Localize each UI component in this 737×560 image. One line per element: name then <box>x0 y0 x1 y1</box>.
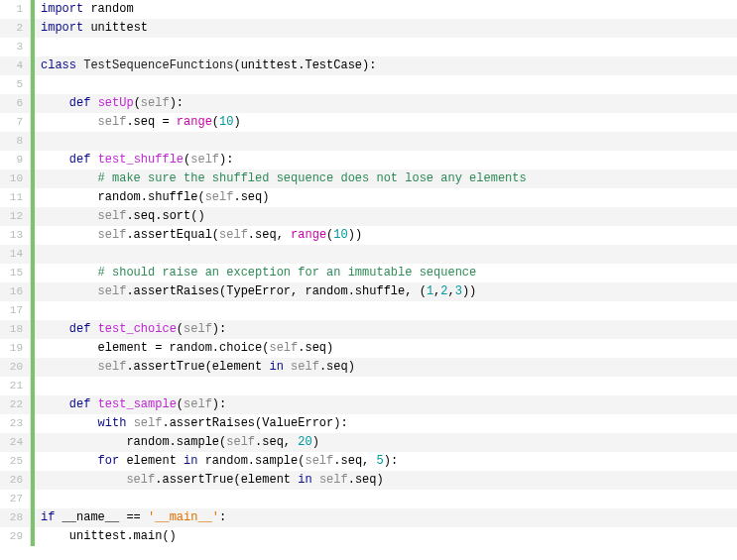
code-token: ( <box>212 115 219 129</box>
code-area[interactable]: import randomimport unittestclass TestSe… <box>35 0 737 546</box>
code-token <box>41 209 98 223</box>
code-token: .seq, <box>255 435 298 449</box>
code-token: 1 <box>427 284 433 298</box>
code-token: # should raise an exception for an immut… <box>98 266 477 280</box>
code-line[interactable]: self.seq.sort() <box>35 207 737 226</box>
code-line[interactable]: for element in random.sample(self.seq, 5… <box>35 452 737 471</box>
code-line[interactable]: import random <box>35 0 737 19</box>
code-token: range <box>177 115 212 129</box>
code-token: self <box>226 435 255 449</box>
line-number: 5 <box>0 75 30 94</box>
line-number: 9 <box>0 151 30 169</box>
code-line[interactable]: def setUp(self): <box>35 94 737 113</box>
line-number: 19 <box>0 339 30 358</box>
code-token: element = random.choice( <box>41 341 269 355</box>
code-token <box>41 266 98 280</box>
code-token: .seq.sort() <box>126 209 204 223</box>
code-token: , <box>447 284 454 298</box>
code-line[interactable]: class TestSequenceFunctions(unittest.Tes… <box>35 56 737 75</box>
code-line[interactable] <box>35 38 737 56</box>
code-line[interactable] <box>35 377 737 395</box>
code-line[interactable]: self.assertRaises(TypeError, random.shuf… <box>35 282 737 301</box>
line-number: 18 <box>0 320 30 339</box>
code-line[interactable]: import unittest <box>35 19 737 38</box>
code-token: self <box>126 473 155 487</box>
code-token: import <box>41 2 90 16</box>
line-number: 24 <box>0 433 30 452</box>
code-line[interactable]: def test_sample(self): <box>35 395 737 414</box>
code-token: 10 <box>219 115 233 129</box>
line-number: 8 <box>0 132 30 151</box>
code-token: ( <box>177 322 184 336</box>
code-line[interactable] <box>35 132 737 151</box>
code-line[interactable]: random.sample(self.seq, 20) <box>35 433 737 452</box>
line-number: 13 <box>0 226 30 245</box>
code-token: ( <box>177 397 184 411</box>
code-token <box>41 115 98 129</box>
code-line[interactable]: with self.assertRaises(ValueError): <box>35 414 737 433</box>
code-line[interactable]: random.shuffle(self.seq) <box>35 188 737 207</box>
code-line[interactable]: self.assertEqual(self.seq, range(10)) <box>35 226 737 245</box>
code-token: .seq, <box>248 228 291 242</box>
code-line[interactable]: self.assertTrue(element in self.seq) <box>35 358 737 377</box>
code-token: .assertRaises(TypeError, random.shuffle,… <box>126 284 426 298</box>
code-token: ) <box>233 115 240 129</box>
line-number: 7 <box>0 113 30 132</box>
code-token: def <box>69 153 98 167</box>
code-editor[interactable]: 1234567891011121314151617181920212223242… <box>0 0 737 546</box>
code-line[interactable]: def test_shuffle(self): <box>35 151 737 169</box>
code-line[interactable]: def test_choice(self): <box>35 320 737 339</box>
code-token: class <box>41 58 83 72</box>
code-token <box>41 397 69 411</box>
code-token: ( <box>134 96 141 110</box>
code-line[interactable] <box>35 490 737 508</box>
code-token: test_sample <box>98 397 177 411</box>
code-token: random.sample( <box>41 435 226 449</box>
code-line[interactable] <box>35 301 737 320</box>
line-number: 23 <box>0 414 30 433</box>
code-token: with <box>98 416 134 430</box>
code-line[interactable]: self.seq = range(10) <box>35 113 737 132</box>
code-line[interactable]: unittest.main() <box>35 527 737 546</box>
code-line[interactable]: if __name__ == '__main__': <box>35 508 737 527</box>
code-line[interactable] <box>35 245 737 264</box>
code-token: def <box>69 397 98 411</box>
line-number: 12 <box>0 207 30 226</box>
code-token: TestSequenceFunctions <box>83 58 233 72</box>
code-token <box>41 454 98 468</box>
line-number-gutter: 1234567891011121314151617181920212223242… <box>0 0 31 546</box>
line-number: 1 <box>0 0 30 19</box>
code-line[interactable]: # should raise an exception for an immut… <box>35 264 737 282</box>
code-token: self <box>305 454 333 468</box>
code-token: .seq, <box>333 454 376 468</box>
code-line[interactable]: element = random.choice(self.seq) <box>35 339 737 358</box>
code-token: ): <box>170 96 184 110</box>
code-token: : <box>219 510 226 524</box>
code-token: self <box>269 341 298 355</box>
code-token: (unittest.TestCase): <box>233 58 376 72</box>
code-token: __name__ == <box>62 510 148 524</box>
code-token <box>41 96 69 110</box>
code-line[interactable] <box>35 75 737 94</box>
code-token: for <box>98 454 127 468</box>
code-token: test_choice <box>98 322 177 336</box>
code-token: self <box>98 209 127 223</box>
code-token: 20 <box>298 435 311 449</box>
code-token: self <box>184 397 212 411</box>
code-token: in <box>184 454 205 468</box>
code-line[interactable]: # make sure the shuffled sequence does n… <box>35 169 737 188</box>
code-token: element <box>126 454 184 468</box>
line-number: 2 <box>0 19 30 38</box>
code-token: ): <box>212 322 226 336</box>
code-token: def <box>69 96 98 110</box>
line-number: 21 <box>0 377 30 395</box>
line-number: 29 <box>0 527 30 546</box>
code-token: self <box>219 228 248 242</box>
code-line[interactable]: self.assertTrue(element in self.seq) <box>35 471 737 490</box>
code-token: in <box>269 360 291 374</box>
code-token: 3 <box>455 284 462 298</box>
code-token: self <box>98 360 127 374</box>
line-number: 28 <box>0 508 30 527</box>
code-token <box>41 171 98 185</box>
code-token <box>41 360 98 374</box>
